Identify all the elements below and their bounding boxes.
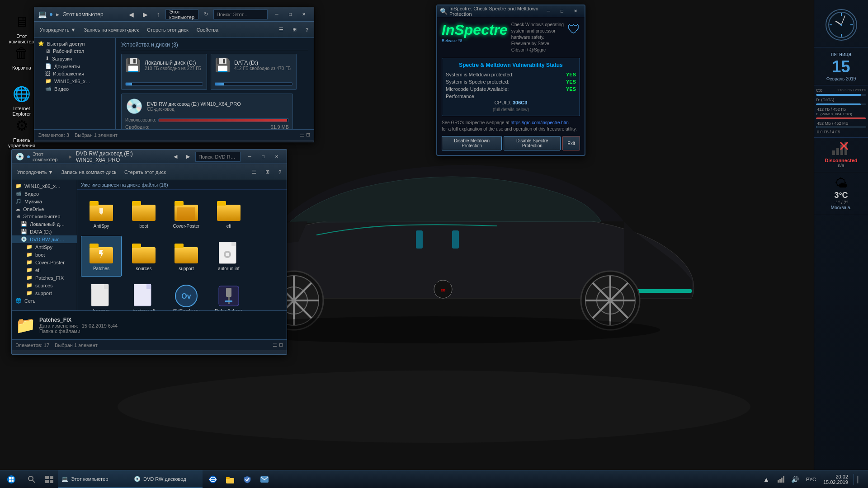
w2-sidebar-local[interactable]: 💾 Локальный д…: [12, 220, 77, 228]
taskbar-ie-btn[interactable]: [204, 470, 222, 488]
w2-sidebar-sources[interactable]: 📁 sources: [12, 282, 77, 289]
taskbar-clock[interactable]: 20:02 15.02.2019: [821, 474, 850, 485]
sidebar-item-win10[interactable]: 📁 WIN10_x86_x…: [34, 77, 115, 85]
window2-organize-btn[interactable]: Упорядочить ▼: [14, 166, 57, 178]
taskbar-explorer-btn[interactable]: [222, 470, 239, 488]
window1-writecd-btn[interactable]: Запись на компакт-диск: [80, 23, 142, 36]
window1-forward-btn[interactable]: ▶: [139, 8, 151, 21]
w2-sidebar-support[interactable]: 📁 support: [12, 289, 77, 297]
window1-close-btn[interactable]: ✕: [297, 10, 310, 19]
window2-eject-btn[interactable]: Стереть этот диск: [121, 166, 170, 178]
inspectre-link[interactable]: https://grc.com/inspectre.htm: [511, 120, 569, 125]
sidebar-item-downloads[interactable]: ⬇ Загрузки: [34, 55, 115, 62]
devices-section: Устройства и диски (3) 💾 Локальный диск …: [116, 38, 314, 94]
file-support[interactable]: support: [166, 236, 207, 277]
window2-view-grid-btn[interactable]: ⊞: [262, 166, 273, 178]
w2-sidebar-music[interactable]: 🎵 Музыка: [12, 197, 77, 205]
window1-refresh-btn[interactable]: ↻: [200, 8, 212, 21]
disable-meltdown-btn[interactable]: Disable Meltdown Protection: [442, 136, 502, 150]
sidebar-item-images[interactable]: 🖼 Изображения: [34, 70, 115, 77]
dvd-bar-container: Использовано:: [125, 117, 289, 122]
taskbar-security-btn[interactable]: [239, 470, 256, 488]
file-ovgorskiy[interactable]: Ov OVGorskiy.ru: [166, 278, 207, 310]
taskbar-app2-icon: 💿: [134, 476, 141, 482]
file-bootmgrefi[interactable]: bootmgr.efi: [123, 278, 164, 310]
drive-c[interactable]: 💾 Локальный диск (C:) 210 ГБ свободно из…: [121, 54, 207, 90]
file-sources[interactable]: sources: [123, 236, 164, 277]
window1-eject-btn[interactable]: Стереть этот диск: [143, 23, 192, 36]
window1-maximize-btn[interactable]: □: [284, 10, 297, 19]
desktop-s-label: Рабочий стол: [53, 48, 84, 54]
file-patches[interactable]: Patches: [81, 236, 122, 277]
taskbar-app-explorer1[interactable]: 💻 Этот компьютер: [58, 470, 130, 488]
window1-address-path[interactable]: Этот компьютер: [165, 9, 198, 19]
w2-boot-label: boot: [35, 252, 45, 258]
window1-view-grid-btn[interactable]: ⊞: [289, 23, 300, 36]
w2-sidebar-computer[interactable]: 🖥 Этот компьютер: [12, 213, 77, 220]
taskbar-mail-btn[interactable]: [256, 470, 273, 488]
w2-sidebar-onedrive[interactable]: ☁ OneDrive: [12, 205, 77, 213]
tray-network[interactable]: [775, 474, 786, 485]
sidebar-item-video[interactable]: 📹 Видео: [34, 85, 115, 93]
w2-sidebar-patches[interactable]: 📁 Patches_FIX: [12, 274, 77, 282]
sidebar-item-documents[interactable]: 📄 Документы: [34, 62, 115, 70]
w2-sidebar-network[interactable]: 🌐 Сеть: [12, 297, 77, 305]
window1-minimize-btn[interactable]: ─: [270, 10, 283, 19]
window1-search-box[interactable]: Поиск: Этот...: [213, 9, 268, 19]
w2-sidebar-data[interactable]: 💾 DATA (D:): [12, 228, 77, 235]
window1-organize-btn[interactable]: Упорядочить ▼: [36, 23, 79, 36]
svg-rect-37: [175, 244, 184, 248]
w2-sidebar-dvd[interactable]: 💿 DVD RW дис…: [12, 235, 77, 243]
sidebar-item-quickaccess[interactable]: ⭐ Быстрый доступ: [34, 40, 115, 47]
window1-help-btn[interactable]: ?: [302, 23, 312, 36]
window2-maximize-btn[interactable]: □: [257, 152, 269, 161]
w2-sidebar-win10[interactable]: 📁 WIN10_x86_x…: [12, 182, 77, 190]
window2-computer-link[interactable]: Этот компьютер: [33, 151, 65, 162]
window2-view-list-btn[interactable]: ☰: [248, 166, 260, 178]
window2-help-btn[interactable]: ?: [275, 166, 285, 178]
weather-location: Москва а.: [831, 205, 851, 210]
window1-view-list-btn[interactable]: ☰: [275, 23, 287, 36]
svg-rect-24: [90, 201, 99, 206]
taskbar-search-btn[interactable]: [23, 470, 41, 488]
inspectre-close-btn[interactable]: ✕: [569, 7, 582, 16]
file-boot[interactable]: boot: [123, 193, 164, 234]
file-rufus[interactable]: Rufus 3.4.exe: [208, 278, 249, 310]
preview-icon: 📁: [15, 316, 36, 335]
file-autorun[interactable]: autorun.inf: [208, 236, 249, 277]
window1-up-btn[interactable]: ↑: [153, 8, 164, 21]
w2-sidebar-coverposter[interactable]: 📁 Cover-Poster: [12, 258, 77, 266]
window2-close-btn[interactable]: ✕: [270, 152, 283, 161]
window2-forward-btn[interactable]: ▶: [183, 150, 193, 163]
tray-volume[interactable]: 🔊: [790, 474, 801, 485]
file-efi[interactable]: efi: [208, 193, 249, 234]
file-bootmgr[interactable]: bootmgr: [81, 278, 122, 310]
w2-sidebar-antispy[interactable]: 📁 AntiSpy: [12, 243, 77, 251]
file-coverposter[interactable]: Cover-Poster: [166, 193, 207, 234]
inspectre-exit-btn[interactable]: Exit: [562, 136, 580, 150]
w2-sidebar-video[interactable]: 📹 Видео: [12, 190, 77, 197]
window1-back-btn[interactable]: ◀: [125, 8, 137, 21]
taskview-btn[interactable]: [41, 470, 58, 488]
inspectre-minimize-btn[interactable]: ─: [542, 7, 555, 16]
taskbar-app-explorer2[interactable]: 💿 DVD RW дисковод: [130, 470, 203, 488]
window2-minimize-btn[interactable]: ─: [243, 152, 256, 161]
dvd-drive[interactable]: 💿 DVD RW дисковод (E:) WIN10_X64_PRO CD-…: [121, 94, 293, 129]
tray-chevron[interactable]: ▲: [761, 474, 772, 485]
ie-taskbar-icon: [209, 475, 217, 483]
w2-sidebar-efi[interactable]: 📁 efi: [12, 266, 77, 274]
w2-sidebar-boot[interactable]: 📁 boot: [12, 251, 77, 258]
drive-d[interactable]: 💾 DATA (D:) 412 ГБ свободно из 470 ГБ: [211, 54, 297, 90]
file-antispy[interactable]: AntiSpy: [81, 193, 122, 234]
disable-spectre-btn[interactable]: Disable Spectre Protection: [504, 136, 561, 150]
window1-properties-btn[interactable]: Свойства: [193, 23, 222, 36]
window2-search-box[interactable]: Поиск: DVD R…: [195, 152, 241, 162]
tray-language[interactable]: РУС: [804, 477, 818, 482]
inspectre-maximize-btn[interactable]: □: [556, 7, 568, 16]
show-desktop-btn[interactable]: ▏: [854, 474, 864, 485]
start-button[interactable]: [0, 470, 23, 488]
window2-back-btn[interactable]: ◀: [170, 150, 181, 163]
window2-writecd-btn[interactable]: Запись на компакт-диск: [57, 166, 120, 178]
sidebar-item-desktop[interactable]: 🖥 Рабочий стол: [34, 47, 115, 55]
sources-folder-icon: [131, 241, 156, 266]
